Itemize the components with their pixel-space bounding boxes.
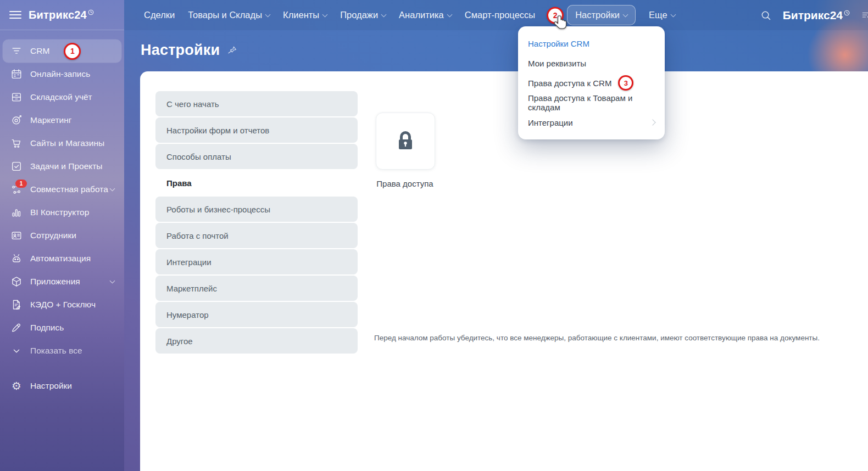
- settings-category-item[interactable]: Настройки форм и отчетов: [155, 117, 358, 143]
- pin-icon[interactable]: [226, 44, 238, 56]
- brand-logo[interactable]: Битрикс24: [29, 9, 94, 21]
- dropdown-item[interactable]: Мои реквизиты: [518, 53, 665, 73]
- sidebar-item-label: Онлайн-запись: [30, 69, 90, 79]
- sidebar-item[interactable]: Подпись: [0, 316, 124, 339]
- settings-category-item[interactable]: С чего начать: [155, 91, 358, 116]
- dropdown-item[interactable]: Интеграции: [518, 113, 665, 132]
- topnav-item-label: Аналитика: [399, 10, 444, 20]
- top-navigation: Сделки Товары и Склады Клиенты Продажи А…: [144, 0, 675, 30]
- topnav-item-label: Сделки: [144, 10, 175, 20]
- sidebar-menu: CRM 1 Онлайн-запись Скл: [0, 30, 124, 397]
- sidebar-item[interactable]: Показать все: [0, 339, 124, 362]
- sidebar-item[interactable]: Онлайн-запись: [0, 63, 124, 86]
- sidebar-item-icon: [10, 137, 23, 150]
- topbar-right: Битрикс24: [760, 0, 868, 30]
- sidebar-header: Битрикс24: [0, 0, 124, 30]
- brand-logo-topright[interactable]: Битрикс24: [783, 9, 850, 22]
- sidebar-item[interactable]: Складской учёт: [0, 86, 124, 109]
- sidebar-item-label: Автоматизация: [30, 254, 91, 263]
- access-rights-tile-label: Права доступа: [351, 179, 459, 188]
- step-number-badge: 1: [64, 43, 81, 60]
- dropdown-item[interactable]: Права доступа к Товарам и складам: [518, 93, 665, 113]
- settings-card: С чего начатьНастройки форм и отчетовСпо…: [140, 71, 868, 471]
- topnav-item[interactable]: Клиенты: [283, 10, 327, 20]
- chevron-down-icon: [447, 12, 452, 17]
- gear-icon: ⚙: [10, 379, 23, 392]
- sidebar-item-label: Показать все: [30, 346, 82, 356]
- topnav-item-label: Настройки: [575, 10, 620, 20]
- topnav-item-label: Товары и Склады: [188, 10, 262, 20]
- sidebar-item-icon: [10, 44, 23, 58]
- settings-category-item[interactable]: Интеграции: [155, 249, 358, 274]
- sidebar-item-label: Настройки: [30, 381, 72, 391]
- topnav-item[interactable]: Смарт-процессы: [465, 10, 535, 20]
- notification-badge: 1: [15, 180, 27, 188]
- dropdown-item-label: Настройки CRM: [528, 39, 589, 48]
- search-icon[interactable]: [760, 9, 772, 21]
- topnav-item[interactable]: Сделки: [144, 10, 175, 20]
- sidebar-item-label: Подпись: [30, 323, 64, 333]
- sidebar-item-label: Задачи и Проекты: [30, 161, 103, 171]
- chevron-down-icon: [670, 12, 676, 17]
- hint-text: Перед началом работы убедитесь, что все …: [374, 333, 820, 344]
- sidebar-item-icon: [10, 91, 23, 104]
- brand-logo-text: Битрикс24: [783, 9, 843, 22]
- topnav-item[interactable]: Продажи: [340, 10, 386, 20]
- chevron-down-icon: [322, 12, 328, 17]
- sidebar-item[interactable]: Маркетинг: [0, 109, 124, 132]
- access-rights-tile[interactable]: [376, 113, 435, 170]
- sidebar-item-icon: [10, 68, 23, 81]
- sidebar-item-label: Совместная работа: [30, 184, 108, 194]
- topnav-item[interactable]: Товары и Склады: [188, 10, 270, 20]
- sidebar-item[interactable]: BI Конструктор: [0, 201, 124, 224]
- sidebar-item[interactable]: Сайты и Магазины: [0, 132, 124, 155]
- hamburger-menu-icon[interactable]: [9, 11, 21, 19]
- sidebar-item[interactable]: Задачи и Проекты: [0, 155, 124, 178]
- lock-icon: [392, 128, 419, 154]
- settings-category-item[interactable]: Способы оплаты: [155, 144, 358, 169]
- settings-category-item[interactable]: Права: [155, 170, 358, 195]
- sidebar-item-label: КЭДО + Госключ: [30, 300, 96, 310]
- chevron-down-icon: [623, 12, 628, 17]
- sidebar-item[interactable]: КЭДО + Госключ: [0, 293, 124, 316]
- dropdown-item[interactable]: Настройки CRM: [518, 33, 665, 53]
- dropdown-item[interactable]: Права доступа к CRM 3: [518, 73, 665, 93]
- settings-category-item[interactable]: Другое: [155, 328, 358, 354]
- chevron-down-icon: [381, 12, 387, 17]
- bitrix24-app-window: Битрикс24 CRM 1 Онлай: [0, 0, 868, 471]
- sidebar-item-label: CRM: [30, 46, 49, 56]
- sidebar-item-label: BI Конструктор: [30, 208, 89, 217]
- sidebar-item-icon: [10, 114, 23, 127]
- chevron-down-icon: [265, 12, 271, 17]
- sidebar: Битрикс24 CRM 1 Онлай: [0, 0, 124, 471]
- topnav-item[interactable]: 2 Настройки: [567, 5, 636, 25]
- sidebar-item-icon: [10, 298, 23, 311]
- settings-category-item[interactable]: Роботы и бизнес-процессы: [155, 197, 358, 222]
- sidebar-item-label: Сотрудники: [30, 231, 76, 240]
- chevron-down-icon: [110, 186, 115, 192]
- sidebar-item[interactable]: Сотрудники: [0, 224, 124, 247]
- settings-category-list: С чего начатьНастройки форм и отчетовСпо…: [155, 91, 358, 355]
- page-title-text: Настройки: [141, 42, 220, 59]
- topnav-item-label: Клиенты: [283, 10, 319, 20]
- sort-menu-partial-icon[interactable]: [861, 10, 868, 20]
- brand-logo-text: Битрикс24: [29, 9, 87, 21]
- page-title: Настройки: [141, 42, 237, 59]
- chevron-down-icon: [110, 278, 115, 284]
- sidebar-item[interactable]: 1 Совместная работа: [0, 178, 124, 201]
- topnav-item-label: Продажи: [340, 10, 378, 20]
- topnav-item[interactable]: Еще: [649, 10, 675, 20]
- clock-icon: [88, 9, 94, 15]
- sidebar-item-icon: [10, 321, 23, 334]
- sidebar-item[interactable]: Приложения: [0, 270, 124, 293]
- sidebar-item-label: Складской учёт: [30, 92, 92, 102]
- settings-category-item[interactable]: Маркетплейс: [155, 276, 358, 301]
- settings-category-item[interactable]: Работа с почтой: [155, 223, 358, 248]
- sidebar-item-icon: [10, 344, 23, 357]
- topnav-item[interactable]: Аналитика: [399, 10, 452, 20]
- sidebar-item[interactable]: Автоматизация: [0, 247, 124, 270]
- settings-category-item[interactable]: Нумератор: [155, 302, 358, 327]
- dropdown-item-label: Права доступа к CRM: [528, 78, 611, 88]
- sidebar-item[interactable]: CRM 1: [3, 40, 121, 63]
- sidebar-item-settings[interactable]: ⚙ Настройки: [0, 374, 124, 397]
